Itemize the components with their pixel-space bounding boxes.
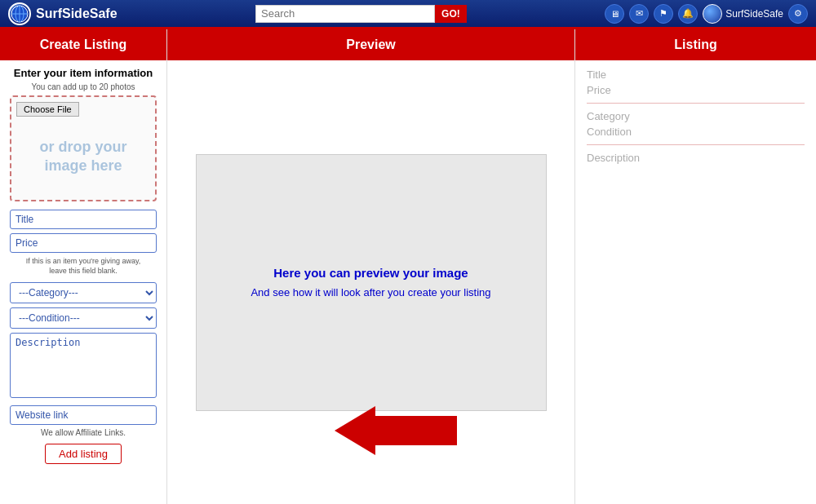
- title-input[interactable]: [10, 210, 157, 229]
- logo-globe: [8, 2, 31, 25]
- website-input[interactable]: [10, 405, 157, 425]
- bell-icon[interactable]: 🔔: [678, 4, 698, 24]
- user-avatar: [703, 4, 722, 24]
- search-button[interactable]: GO!: [435, 5, 467, 23]
- left-panel: Enter your item information You can add …: [0, 60, 167, 504]
- create-listing-header: Create Listing: [0, 29, 167, 60]
- choose-file-button[interactable]: Choose File: [16, 102, 79, 117]
- listing-title-label: Title: [587, 69, 805, 81]
- section-headers: Create Listing Preview Listing: [0, 29, 816, 60]
- preview-image-box: Here you can preview your image And see …: [196, 154, 547, 411]
- flag-icon[interactable]: ⚑: [654, 4, 673, 24]
- search-area: GO!: [126, 5, 597, 23]
- photo-note: You can add up to 20 photos: [10, 82, 157, 91]
- price-input[interactable]: [10, 233, 157, 253]
- listing-divider-1: [587, 103, 805, 104]
- preview-main-text: Here you can preview your image: [273, 266, 468, 280]
- listing-divider-2: [587, 144, 805, 145]
- gear-icon[interactable]: ⚙: [788, 4, 808, 24]
- header-icons: 🖥 ✉ ⚑ 🔔 SurfSideSafe ⚙: [605, 4, 808, 24]
- preview-sub-text: And see how it will look after you creat…: [251, 286, 490, 298]
- arrow-shape: [335, 406, 457, 455]
- description-textarea[interactable]: [10, 333, 157, 398]
- drop-text: or drop your image here: [40, 138, 127, 176]
- right-panel: Title Price Category Condition Descripti…: [575, 60, 816, 504]
- arrow-container: [335, 406, 457, 455]
- condition-select[interactable]: ---Condition---: [10, 307, 157, 329]
- logo-text: SurfSideSafe: [36, 7, 118, 21]
- file-upload-area[interactable]: Choose File or drop your image here: [10, 95, 157, 201]
- username-label: SurfSideSafe: [725, 8, 783, 20]
- arrow-body: [375, 416, 457, 445]
- arrow-head: [335, 406, 375, 455]
- listing-condition-label: Condition: [587, 126, 805, 138]
- left-subtitle: Enter your item information: [10, 67, 157, 79]
- listing-description-label: Description: [587, 152, 805, 164]
- mid-panel: Here you can preview your image And see …: [167, 60, 575, 504]
- add-listing-button[interactable]: Add listing: [45, 444, 122, 464]
- user-area[interactable]: SurfSideSafe: [703, 4, 783, 24]
- monitor-icon[interactable]: 🖥: [605, 4, 624, 24]
- header: SurfSideSafe GO! 🖥 ✉ ⚑ 🔔 SurfSideSafe ⚙: [0, 0, 816, 29]
- listing-header: Listing: [575, 29, 816, 60]
- main-layout: Enter your item information You can add …: [0, 60, 816, 504]
- category-select[interactable]: ---Category---: [10, 282, 157, 303]
- preview-header: Preview: [167, 29, 575, 60]
- affiliate-note: We allow Affiliate Links.: [10, 428, 157, 437]
- logo[interactable]: SurfSideSafe: [8, 2, 118, 25]
- price-note: If this is an item you're giving away,le…: [10, 257, 157, 276]
- mail-icon[interactable]: ✉: [629, 4, 649, 24]
- search-input[interactable]: [255, 5, 435, 23]
- listing-category-label: Category: [587, 110, 805, 122]
- listing-price-label: Price: [587, 84, 805, 96]
